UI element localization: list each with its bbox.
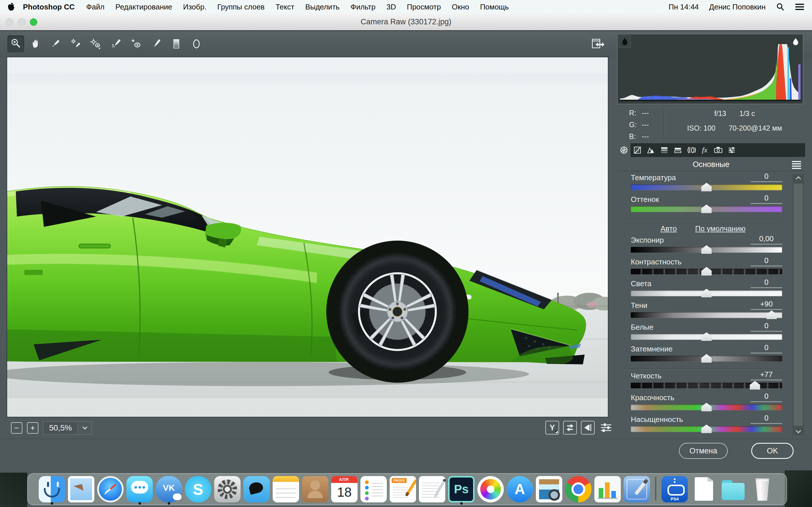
slider-track[interactable] [631, 206, 782, 212]
app-name[interactable]: Photoshop CC [23, 3, 75, 11]
menu-item[interactable]: Помощь [480, 3, 509, 11]
dock-reminders-icon[interactable] [360, 476, 387, 505]
spot-removal-tool-icon[interactable] [108, 36, 124, 52]
auto-link[interactable]: Авто [661, 224, 677, 233]
adjustment-brush-tool-icon[interactable] [148, 36, 164, 52]
dock-twitter-icon[interactable] [243, 476, 270, 505]
dock-safari-icon[interactable] [97, 476, 123, 505]
slider-value[interactable]: 0 [751, 392, 782, 402]
dock-skype-icon[interactable]: S [185, 476, 211, 505]
dock-vk-icon[interactable]: VK [156, 476, 182, 505]
slider-thumb[interactable] [701, 289, 712, 297]
apple-menu-icon[interactable] [7, 3, 15, 11]
dock-settings-icon[interactable] [214, 476, 241, 505]
dock-photos-icon[interactable] [477, 476, 504, 505]
slider-track[interactable] [631, 356, 782, 361]
zoom-level-dropdown[interactable] [78, 421, 92, 435]
dock-trash-icon[interactable] [749, 476, 775, 505]
menu-item[interactable]: Файл [86, 3, 105, 11]
menu-clock[interactable]: Пн 14:44 [669, 3, 699, 11]
tab-camera-calibration-icon[interactable] [711, 143, 725, 157]
slider-value[interactable]: 0 [751, 256, 782, 266]
copy-settings-button[interactable] [581, 421, 595, 435]
menu-item[interactable]: Просмотр [407, 3, 441, 11]
tab-split-toning-icon[interactable] [671, 143, 684, 157]
targeted-adjustment-tool-icon[interactable] [88, 36, 104, 52]
dock-messages-icon[interactable] [126, 476, 153, 505]
before-after-view-button[interactable]: Y [545, 421, 559, 435]
slider-value[interactable]: +90 [751, 300, 782, 310]
dock-notes-icon[interactable] [273, 476, 299, 505]
tab-hsl-grayscale-icon[interactable] [657, 143, 671, 157]
dock-contacts-icon[interactable] [302, 476, 328, 505]
tab-effects-icon[interactable]: fx [698, 143, 711, 157]
dock-appstore-icon[interactable]: A [507, 476, 533, 505]
slider-value[interactable]: +77 [751, 370, 782, 380]
tab-presets-icon[interactable] [725, 143, 738, 157]
notification-center-icon[interactable] [795, 3, 805, 11]
menu-item[interactable]: Группы слоев [217, 3, 265, 11]
tab-lens-corrections-icon[interactable] [684, 143, 698, 157]
spotlight-search-icon[interactable] [776, 3, 784, 11]
dock-xcode-icon[interactable] [624, 476, 650, 505]
slider-track[interactable] [631, 312, 782, 318]
default-link[interactable]: По умолчанию [695, 224, 746, 233]
tab-basic-icon[interactable] [617, 143, 630, 157]
dock-folder-icon[interactable] [720, 476, 746, 505]
menu-user[interactable]: Денис Поповкин [709, 3, 766, 11]
slider-value[interactable]: 0,00 [751, 234, 782, 245]
zoom-in-button[interactable]: + [27, 422, 39, 434]
dock-documents-icon[interactable] [691, 476, 717, 505]
image-preview-canvas[interactable] [7, 57, 608, 417]
preferences-sliders-icon[interactable] [599, 421, 614, 435]
dock-preview-app-icon[interactable] [536, 476, 562, 505]
slider-thumb[interactable] [766, 311, 777, 319]
dock-calendar-icon[interactable]: АПР.18 [331, 476, 358, 505]
scrollbar-thumb[interactable] [794, 184, 803, 426]
zoom-window-button[interactable] [30, 18, 37, 26]
minimize-window-button[interactable] [18, 18, 25, 26]
slider-value[interactable]: 0 [751, 278, 782, 288]
menu-item[interactable]: 3D [387, 3, 396, 11]
slider-track[interactable] [631, 383, 782, 388]
slider-thumb[interactable] [701, 332, 712, 341]
zoom-out-button[interactable]: − [11, 422, 22, 434]
slider-thumb[interactable] [701, 245, 712, 254]
slider-value[interactable]: 0 [751, 343, 782, 353]
panel-menu-icon[interactable] [792, 161, 801, 169]
dock-numbers-icon[interactable] [594, 476, 621, 505]
menu-item[interactable]: Выделить [305, 3, 340, 11]
cancel-button[interactable]: Отмена [679, 443, 728, 459]
color-sampler-tool-icon[interactable] [68, 36, 84, 52]
slider-thumb[interactable] [701, 267, 712, 276]
menu-item[interactable]: Фильтр [350, 3, 375, 11]
menu-item[interactable]: Редактирование [115, 3, 172, 11]
slider-value[interactable]: 0 [751, 321, 782, 332]
dock-ps4-icon[interactable]: PS4 [661, 476, 688, 505]
slider-value[interactable]: 0 [751, 172, 782, 182]
graduated-filter-tool-icon[interactable] [168, 36, 185, 52]
slider-thumb[interactable] [750, 381, 760, 390]
slider-track[interactable] [631, 404, 782, 410]
slider-track[interactable] [631, 290, 782, 296]
white-balance-tool-icon[interactable] [48, 36, 64, 52]
ok-button[interactable]: OK [751, 443, 794, 459]
dock-chrome-icon[interactable] [565, 476, 592, 505]
panel-scrollbar[interactable] [793, 174, 804, 435]
slider-thumb[interactable] [701, 205, 712, 213]
slider-thumb[interactable] [701, 403, 712, 411]
slider-track[interactable] [631, 247, 782, 252]
hand-tool-icon[interactable] [28, 36, 44, 52]
slider-thumb[interactable] [701, 354, 712, 362]
menu-item[interactable]: Изобр. [183, 3, 206, 11]
dock-finder-icon[interactable] [39, 476, 65, 505]
menu-item[interactable]: Текст [275, 3, 294, 11]
tab-detail-icon[interactable] [644, 143, 657, 157]
slider-track[interactable] [631, 184, 782, 190]
red-eye-removal-tool-icon[interactable] [128, 36, 145, 52]
dock-pages-icon[interactable]: PAGES [390, 476, 416, 505]
tab-tone-curve-icon[interactable] [630, 143, 644, 157]
swap-before-after-button[interactable] [563, 421, 577, 435]
toggle-fullscreen-icon[interactable] [590, 36, 607, 52]
radial-filter-tool-icon[interactable] [188, 36, 205, 52]
